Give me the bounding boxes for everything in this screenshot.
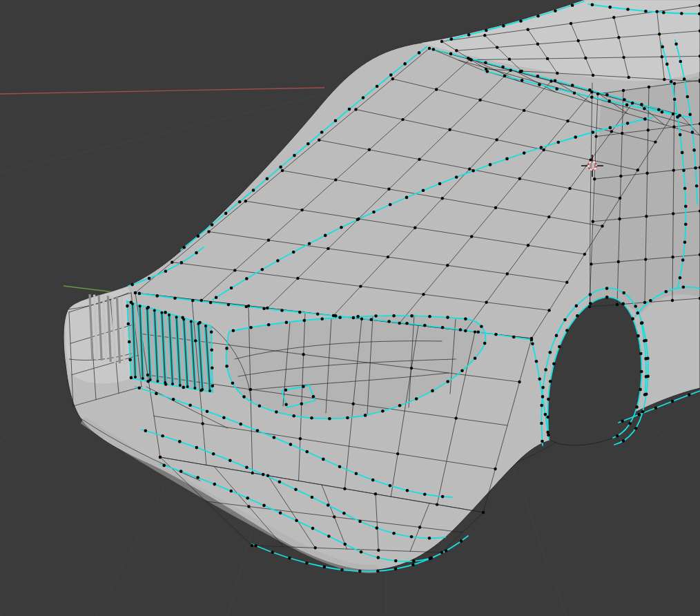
viewport-canvas[interactable]: [0, 0, 700, 616]
blender-3d-viewport[interactable]: [0, 0, 700, 616]
